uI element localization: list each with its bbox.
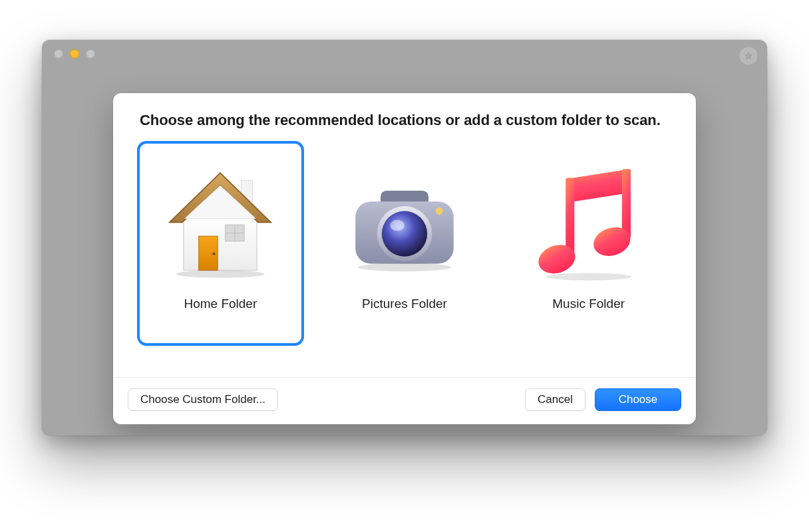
svg-point-15 — [358, 263, 451, 272]
window-close-button[interactable] — [54, 49, 63, 59]
window-zoom-button[interactable] — [86, 49, 95, 59]
svg-point-14 — [390, 220, 404, 231]
music-folder-icon — [522, 158, 655, 291]
svg-point-20 — [546, 273, 631, 280]
sheet-button-bar: Choose Custom Folder... Cancel Choose — [113, 377, 696, 424]
star-icon[interactable] — [739, 47, 758, 65]
sheet-header: Choose among the recommended locations o… — [113, 93, 696, 138]
home-folder-icon — [154, 158, 287, 291]
option-pictures-label: Pictures Folder — [362, 297, 447, 311]
cancel-button[interactable]: Cancel — [525, 388, 585, 411]
choose-button[interactable]: Choose — [595, 388, 681, 411]
window-minimize-button[interactable] — [70, 49, 79, 59]
svg-point-11 — [436, 207, 443, 215]
option-pictures-folder[interactable]: Pictures Folder — [324, 144, 486, 343]
option-home-folder[interactable]: Home Folder — [140, 144, 301, 343]
option-music-label: Music Folder — [552, 297, 625, 311]
svg-point-9 — [176, 270, 265, 277]
svg-rect-1 — [184, 216, 257, 271]
option-home-label: Home Folder — [184, 297, 257, 311]
location-options: Home Folder — [113, 138, 696, 377]
option-music-folder[interactable]: Music Folder — [508, 144, 669, 343]
svg-point-13 — [382, 211, 427, 256]
choose-custom-folder-button[interactable]: Choose Custom Folder... — [128, 388, 278, 411]
pictures-folder-icon — [338, 158, 471, 291]
svg-point-8 — [213, 253, 216, 255]
svg-rect-16 — [622, 169, 631, 238]
window-traffic-lights — [54, 49, 95, 59]
location-chooser-sheet: Choose among the recommended locations o… — [113, 93, 696, 424]
sheet-title: Choose among the recommended locations o… — [140, 112, 669, 129]
app-window: Choose among the recommended locations o… — [42, 40, 767, 436]
svg-rect-17 — [566, 178, 574, 254]
